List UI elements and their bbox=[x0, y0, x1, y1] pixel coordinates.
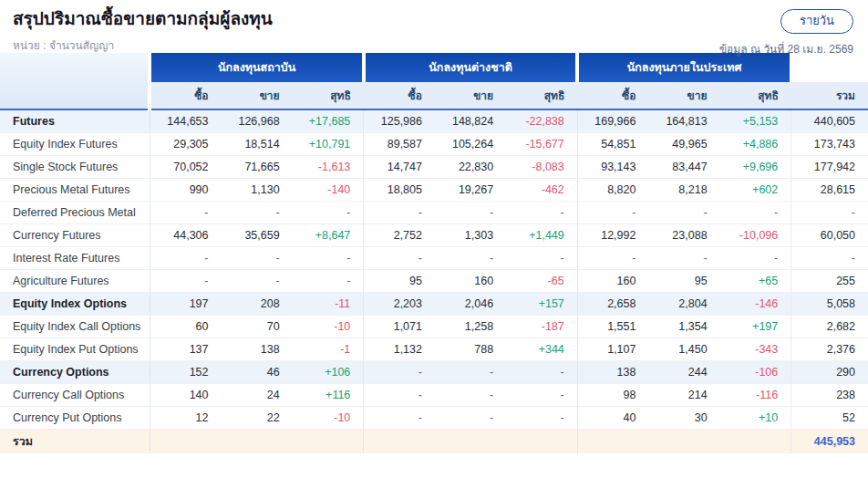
data-cell: - bbox=[791, 246, 868, 269]
data-cell: +65 bbox=[720, 269, 791, 292]
data-cell: 19,267 bbox=[435, 178, 506, 201]
data-cell: 1,130 bbox=[221, 178, 292, 201]
data-cell: +344 bbox=[506, 338, 577, 360]
data-cell: +157 bbox=[506, 292, 577, 315]
table-row: Currency Put Options1222-10---4030+1052 bbox=[0, 406, 868, 429]
data-cell: 126,968 bbox=[221, 109, 292, 132]
col-buy-1: ซื้อ bbox=[364, 82, 435, 109]
data-cell: -140 bbox=[293, 178, 364, 201]
data-cell: -187 bbox=[506, 315, 577, 338]
data-cell: 160 bbox=[577, 269, 648, 292]
data-cell: 2,682 bbox=[791, 315, 868, 338]
table-row: Futures144,653126,968+17,685125,986148,8… bbox=[0, 109, 868, 132]
data-cell: - bbox=[364, 246, 435, 269]
data-cell: +197 bbox=[720, 315, 791, 338]
as-of-date: ข้อมูล ณ วันที่ 28 เม.ย. 2569 bbox=[719, 40, 853, 57]
data-cell: - bbox=[506, 360, 577, 383]
col-sell-0: ขาย bbox=[221, 82, 292, 109]
table-row: Single Stock Futures70,05271,665-1,61314… bbox=[0, 155, 868, 178]
row-label: Interest Rate Futures bbox=[0, 246, 150, 269]
col-buy-2: ซื้อ bbox=[577, 82, 648, 109]
table-row: Currency Options15246+106---138244-10629… bbox=[0, 360, 868, 383]
data-cell: 2,752 bbox=[364, 223, 435, 246]
data-cell: - bbox=[791, 201, 868, 223]
data-cell: 12 bbox=[150, 406, 221, 429]
unit-label: หน่วย : จำนวนสัญญา bbox=[13, 36, 273, 54]
data-cell: 60,050 bbox=[791, 223, 868, 246]
data-cell: +17,685 bbox=[293, 109, 364, 132]
data-cell: 71,665 bbox=[221, 155, 292, 178]
row-label: Equity Index Futures bbox=[0, 132, 150, 155]
page-title: สรุปปริมาณซื้อขายตามกลุ่มผู้ลงทุน bbox=[13, 9, 273, 30]
data-cell: 137 bbox=[150, 338, 221, 360]
data-cell: -10,096 bbox=[720, 223, 791, 246]
data-cell: - bbox=[506, 383, 577, 406]
data-cell: 148,824 bbox=[435, 109, 506, 132]
data-cell: 164,813 bbox=[648, 109, 719, 132]
data-cell: - bbox=[506, 246, 577, 269]
data-cell: - bbox=[577, 246, 648, 269]
row-label: Equity Index Call Options bbox=[0, 315, 150, 338]
data-cell: 12,992 bbox=[577, 223, 648, 246]
data-cell: 788 bbox=[435, 338, 506, 360]
data-cell: 60 bbox=[150, 315, 221, 338]
data-cell: -22,838 bbox=[506, 109, 577, 132]
data-cell: 152 bbox=[150, 360, 221, 383]
data-cell: -106 bbox=[720, 360, 791, 383]
data-cell: 990 bbox=[150, 178, 221, 201]
row-label: Currency Futures bbox=[0, 223, 150, 246]
data-cell: -343 bbox=[720, 338, 791, 360]
data-cell: - bbox=[150, 201, 221, 223]
data-cell: 29,305 bbox=[150, 132, 221, 155]
data-cell: 70 bbox=[221, 315, 292, 338]
row-label: Currency Put Options bbox=[0, 406, 150, 429]
data-cell: 105,264 bbox=[435, 132, 506, 155]
data-cell: 95 bbox=[648, 269, 719, 292]
data-cell: 49,965 bbox=[648, 132, 719, 155]
data-cell: +8,647 bbox=[293, 223, 364, 246]
data-cell: - bbox=[435, 383, 506, 406]
data-cell: -1 bbox=[293, 338, 364, 360]
data-cell: 2,376 bbox=[791, 338, 868, 360]
data-cell: 93,143 bbox=[577, 155, 648, 178]
row-label: Deferred Precious Metal bbox=[0, 201, 150, 223]
data-cell: +10,791 bbox=[293, 132, 364, 155]
data-cell: - bbox=[364, 383, 435, 406]
data-cell: 1,450 bbox=[648, 338, 719, 360]
data-cell: -116 bbox=[720, 383, 791, 406]
table-body: Futures144,653126,968+17,685125,986148,8… bbox=[0, 109, 868, 453]
data-cell: - bbox=[435, 360, 506, 383]
data-cell: - bbox=[720, 201, 791, 223]
col-total: รวม bbox=[791, 82, 868, 109]
data-cell: 140 bbox=[150, 383, 221, 406]
data-cell: 14,747 bbox=[364, 155, 435, 178]
data-cell: +106 bbox=[293, 360, 364, 383]
table-row: Precious Metal Futures9901,130-14018,805… bbox=[0, 178, 868, 201]
data-cell: 138 bbox=[577, 360, 648, 383]
data-cell: 22,830 bbox=[435, 155, 506, 178]
page-header: สรุปปริมาณซื้อขายตามกลุ่มผู้ลงทุน หน่วย … bbox=[0, 0, 868, 53]
data-cell: 160 bbox=[435, 269, 506, 292]
table-row: Agriculture Futures---95160-6516095+6525… bbox=[0, 269, 868, 292]
data-cell: +116 bbox=[293, 383, 364, 406]
data-cell: 2,804 bbox=[648, 292, 719, 315]
group-header-0: นักลงทุนสถาบัน bbox=[150, 53, 363, 82]
col-net-0: สุทธิ bbox=[293, 82, 364, 109]
row-label: Futures bbox=[0, 109, 150, 132]
data-cell: - bbox=[364, 406, 435, 429]
col-net-1: สุทธิ bbox=[506, 82, 577, 109]
data-cell: 24 bbox=[221, 383, 292, 406]
grand-total-row: รวม445,953 bbox=[0, 429, 868, 453]
data-cell: 2,203 bbox=[364, 292, 435, 315]
data-cell bbox=[720, 429, 791, 453]
data-cell: - bbox=[648, 246, 719, 269]
col-buy-0: ซื้อ bbox=[150, 82, 221, 109]
table-row: Equity Index Options197208-112,2032,046+… bbox=[0, 292, 868, 315]
data-cell bbox=[577, 429, 648, 453]
data-cell: 440,605 bbox=[791, 109, 868, 132]
table-row: Interest Rate Futures---------- bbox=[0, 246, 868, 269]
row-label: Currency Options bbox=[0, 360, 150, 383]
data-cell: 30 bbox=[648, 406, 719, 429]
period-daily-button[interactable]: รายวัน bbox=[780, 9, 853, 34]
table-row: Equity Index Call Options6070-101,0711,2… bbox=[0, 315, 868, 338]
